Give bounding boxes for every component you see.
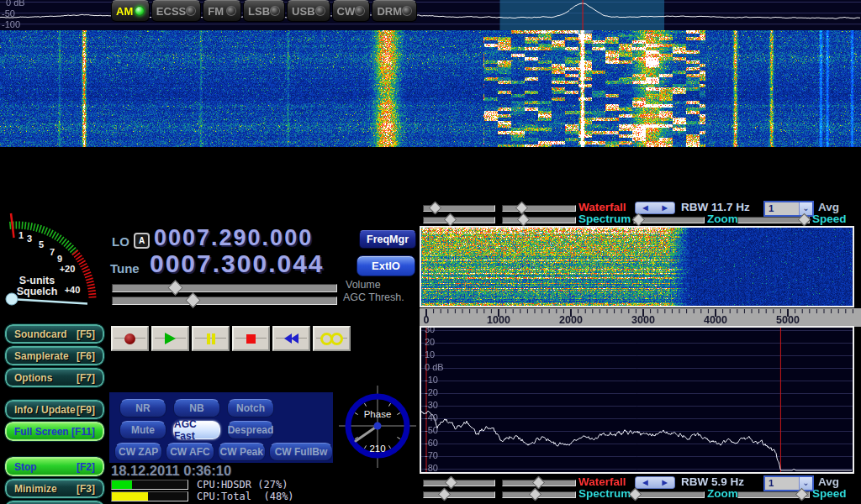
db-scale-label: -20: [425, 387, 438, 397]
button-label: Info / Update: [14, 404, 76, 416]
spectrum-tab-top[interactable]: Spectrum: [578, 213, 631, 225]
stop-button[interactable]: [232, 326, 270, 351]
dsp-nb-button[interactable]: NB: [173, 399, 220, 417]
dsp-mute-button[interactable]: Mute: [119, 421, 166, 439]
dsp-cw-afc-button[interactable]: CW AFC: [166, 443, 214, 461]
samplerate-button[interactable]: Samplerate[F6]: [5, 346, 104, 365]
audio-waterfall-panel[interactable]: [420, 226, 854, 307]
squelch-needle[interactable]: [10, 299, 87, 304]
options-button[interactable]: Options[F7]: [5, 368, 104, 387]
volume-slider-thumb[interactable]: [167, 280, 182, 295]
waterfall-contrast-slider[interactable]: [502, 202, 576, 213]
info-update-button[interactable]: Info / Update[F9]: [5, 400, 104, 419]
mode-led-icon: [355, 6, 365, 16]
extio-button[interactable]: ExtIO: [357, 255, 415, 276]
dsp-despread-button[interactable]: Despread: [227, 421, 274, 439]
volume-slider[interactable]: [112, 281, 337, 294]
cpu-bar: [111, 491, 188, 501]
db-scale-label: 0 dB: [6, 0, 25, 8]
spectrum-tab-bottom[interactable]: Spectrum: [578, 487, 631, 500]
s-meter[interactable]: 13579+20+40 S-units Squelch: [0, 200, 109, 318]
mode-button-lsb[interactable]: LSB: [243, 0, 285, 22]
soundcard-button[interactable]: Soundcard[F5]: [5, 324, 104, 344]
stop-button[interactable]: Stop[F2]: [5, 457, 104, 476]
smeter-squelch-label: Squelch: [17, 286, 58, 297]
arrow-right-icon[interactable]: ▶: [662, 204, 667, 212]
mode-button-usb[interactable]: USB: [287, 0, 330, 22]
play-button[interactable]: [151, 326, 189, 351]
phase-dial[interactable]: Phase 210: [337, 382, 418, 476]
dsp-cw-peak-button[interactable]: CW Peak: [218, 443, 266, 461]
exit-button[interactable]: Exit[F4]: [5, 501, 104, 504]
cpu-meter: CPU:Total (48%): [111, 491, 294, 501]
mode-label: DRM: [377, 5, 402, 18]
mode-button-cw[interactable]: CW: [332, 0, 371, 22]
freqmgr-button[interactable]: FreqMgr: [359, 230, 416, 249]
audio-spectrum[interactable]: [421, 328, 853, 472]
rbw-stepper-bottom[interactable]: ◀▶: [635, 476, 675, 489]
dsp-notch-button[interactable]: Notch: [227, 399, 274, 417]
db-scale-label: -80: [425, 463, 438, 473]
spectrum-max-slider[interactable]: [502, 214, 576, 225]
phase-needle: [356, 426, 378, 441]
mode-button-am[interactable]: AM: [111, 0, 150, 22]
button-label: Minimize: [14, 483, 57, 495]
lo-frequency[interactable]: 0007.290.000: [154, 225, 313, 251]
audio-waterfall[interactable]: [421, 228, 853, 306]
waterfall-tab-bottom[interactable]: Waterfall: [578, 475, 626, 488]
mode-button-fm[interactable]: FM: [203, 0, 241, 22]
mode-led-icon: [270, 6, 280, 16]
tune-frequency[interactable]: 0007.300.044: [150, 249, 325, 278]
spectrum-min-slider[interactable]: [423, 214, 495, 225]
squelch-knob[interactable]: [6, 293, 18, 305]
audio-spectrum-panel[interactable]: 3020100 dB-10-20-30-40-50-60-70-80: [420, 326, 854, 474]
dsp-cw-fullbw-button[interactable]: CW FullBw: [269, 443, 333, 461]
minimize-button[interactable]: Minimize[F3]: [5, 479, 104, 498]
waterfall-contrast-slider-bottom[interactable]: [502, 477, 576, 488]
dsp-agc-fast-button[interactable]: AGC Fast: [173, 421, 220, 439]
rbw-stepper-top[interactable]: ◀▶: [635, 202, 675, 214]
button-label: Samplerate: [14, 350, 69, 362]
zoom-slider-top[interactable]: [633, 214, 705, 225]
arrow-left-icon[interactable]: ◀: [642, 204, 647, 212]
lo-agc-badge[interactable]: A: [134, 233, 150, 249]
audio-scale-label: 2000: [559, 314, 583, 326]
tune-label: Tune: [110, 261, 140, 276]
db-scale-label: -70: [425, 450, 438, 460]
play-icon: [165, 333, 176, 344]
zoom-slider-bottom[interactable]: [633, 489, 705, 500]
dropdown-arrow-icon[interactable]: ⌄: [799, 202, 812, 215]
speed-slider-bottom[interactable]: [737, 489, 810, 500]
waterfall-tab-top[interactable]: Waterfall: [578, 201, 626, 213]
spectrum-min-slider-bottom[interactable]: [423, 489, 495, 500]
arrow-right-icon[interactable]: ▶: [662, 479, 667, 486]
spectrum-max-slider-bottom[interactable]: [502, 489, 576, 500]
phase-tick: [397, 438, 399, 439]
speed-slider-top[interactable]: [737, 214, 810, 225]
mode-label: LSB: [248, 5, 270, 18]
db-scale-label: -50: [2, 8, 15, 18]
rewind-button[interactable]: [272, 326, 310, 351]
mode-button-drm[interactable]: DRM: [372, 0, 417, 22]
agc-slider-thumb[interactable]: [186, 292, 201, 307]
dsp-nr-button[interactable]: NR: [119, 399, 166, 417]
audio-scale-label: 0: [424, 314, 430, 326]
agc-threshold-slider[interactable]: [112, 294, 337, 307]
smeter-units-label: S-units: [19, 275, 55, 286]
arrow-left-icon[interactable]: ◀: [642, 479, 647, 486]
full-screen-button[interactable]: Full Screen[F11]: [5, 422, 104, 441]
pause-button[interactable]: [192, 326, 230, 351]
record-button[interactable]: [111, 326, 149, 351]
smeter-tick-label: 3: [27, 234, 32, 244]
dsp-cw-zap-button[interactable]: CW ZAP: [114, 443, 162, 461]
agc-threshold-label: AGC Thresh.: [343, 291, 404, 303]
waterfall-brightness-slider[interactable]: [423, 202, 495, 213]
loop-button[interactable]: [313, 326, 351, 351]
waterfall-brightness-slider-bottom[interactable]: [423, 477, 495, 488]
audio-frequency-scale[interactable]: 010002000300040005000: [420, 307, 861, 327]
avg-dropdown-value: 1: [765, 202, 799, 215]
mode-button-ecss[interactable]: ECSS: [151, 0, 201, 22]
button-label: Options: [14, 372, 52, 384]
rbw-value-top: RBW 11.7 Hz: [681, 201, 750, 213]
phase-label: Phase: [364, 409, 392, 419]
